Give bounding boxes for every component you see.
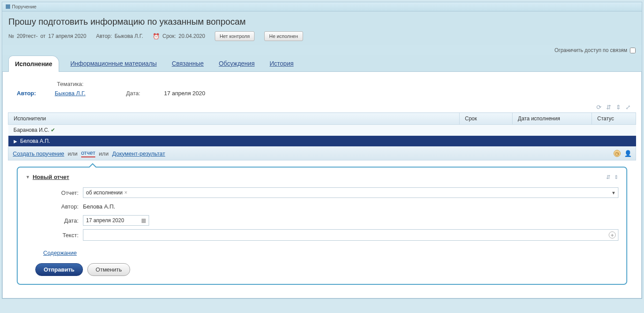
- chevron-down-icon: ▼: [611, 190, 616, 195]
- executor-name: Баранова И.С.: [14, 127, 49, 133]
- expand-icon[interactable]: ⤢: [625, 104, 631, 111]
- tab-history[interactable]: История: [266, 56, 297, 71]
- collapse-triangle-icon[interactable]: ▼: [26, 175, 30, 179]
- cancel-button[interactable]: Отменить: [87, 263, 130, 276]
- restrict-access-row: Ограничить доступ по связям: [2, 45, 642, 55]
- sort-icon[interactable]: ⇕: [616, 104, 621, 111]
- triangle-icon: ▶: [14, 139, 17, 144]
- col-deadline[interactable]: Срок: [460, 113, 513, 125]
- window-icon: [6, 4, 10, 9]
- executors-table: Исполнители Срок Дата исполнения Статус …: [8, 112, 636, 147]
- col-status[interactable]: Статус: [592, 113, 636, 125]
- user-icon[interactable]: 👤: [624, 150, 631, 157]
- panel-sort-icon[interactable]: ⇕: [614, 174, 618, 180]
- author-label: Автор:: [17, 90, 48, 97]
- window-title: Поручение: [12, 4, 37, 9]
- reminder-icon[interactable]: ◷: [614, 150, 621, 157]
- report-date-label: Дата:: [26, 217, 79, 224]
- table-toolbar: ⟳ ⇵ ⇕ ⤢: [8, 102, 636, 112]
- tab-discussions[interactable]: Обсуждения: [215, 56, 258, 71]
- topic-label: Тематика:: [57, 81, 88, 87]
- author-link[interactable]: Быкова Л.Г.: [55, 90, 86, 97]
- refresh-icon[interactable]: ⟳: [596, 104, 602, 111]
- panel-collapse-icon[interactable]: ⇵: [606, 174, 610, 180]
- report-date-input[interactable]: 17 апреля 2020 ▦: [83, 215, 149, 226]
- table-row[interactable]: ▶ Белова А.П.: [8, 136, 636, 147]
- clear-tag-icon[interactable]: ×: [124, 190, 127, 196]
- report-type-label: Отчет:: [26, 190, 79, 196]
- tab-related[interactable]: Связанные: [168, 56, 207, 71]
- not-executed-button[interactable]: Не исполнен: [264, 31, 303, 41]
- report-type-select[interactable]: об исполнении × ▼: [83, 187, 618, 198]
- restrict-access-checkbox[interactable]: [630, 48, 636, 53]
- doc-author: Автор: Быкова Л.Г.: [96, 33, 143, 39]
- report-text-label: Текст:: [26, 232, 79, 238]
- date-value: 17 апреля 2020: [164, 90, 206, 97]
- create-document-link[interactable]: Документ-результат: [112, 150, 165, 157]
- submit-button[interactable]: Отправить: [35, 263, 83, 276]
- window-title-bar: Поручение: [2, 2, 642, 11]
- doc-number: № 209тест- от 17 апреля 2020: [8, 33, 86, 39]
- tab-bar: Исполнение Информационные материалы Связ…: [2, 55, 642, 72]
- table-row[interactable]: Баранова И.С. ✔: [8, 125, 636, 136]
- tab-execution[interactable]: Исполнение: [8, 56, 59, 72]
- page-title: Прошу подготовить информацию по указанны…: [8, 17, 636, 27]
- action-bar: Создать поручение или отчет или Документ…: [8, 147, 636, 160]
- col-executors[interactable]: Исполнители: [8, 113, 460, 125]
- clock-icon: ⏰: [153, 33, 160, 40]
- panel-title: Новый отчет: [33, 174, 69, 180]
- no-control-button[interactable]: Нет контроля: [215, 31, 255, 41]
- new-report-panel: ▼ Новый отчет ⇵ ⇕ Отчет: об исполнении ×…: [17, 167, 627, 285]
- date-label: Дата:: [126, 90, 157, 97]
- executor-name: Белова А.П.: [20, 138, 50, 144]
- create-task-link[interactable]: Создать поручение: [13, 150, 64, 157]
- create-report-link[interactable]: отчет: [81, 149, 95, 157]
- col-exec-date[interactable]: Дата исполнения: [513, 113, 592, 125]
- document-header: Прошу подготовить информацию по указанны…: [2, 11, 642, 45]
- collapse-icon[interactable]: ⇵: [606, 104, 611, 111]
- calendar-icon[interactable]: ▦: [141, 217, 146, 224]
- doc-deadline: ⏰ Срок: 20.04.2020: [153, 33, 205, 40]
- report-author-value: Белова А.П.: [83, 201, 115, 212]
- add-text-icon[interactable]: +: [609, 231, 616, 238]
- report-text-input[interactable]: [83, 229, 618, 241]
- check-icon: ✔: [51, 127, 55, 133]
- tab-materials[interactable]: Информационные материалы: [67, 56, 161, 71]
- content-link[interactable]: Содержание: [43, 250, 77, 256]
- report-author-label: Автор:: [26, 203, 79, 210]
